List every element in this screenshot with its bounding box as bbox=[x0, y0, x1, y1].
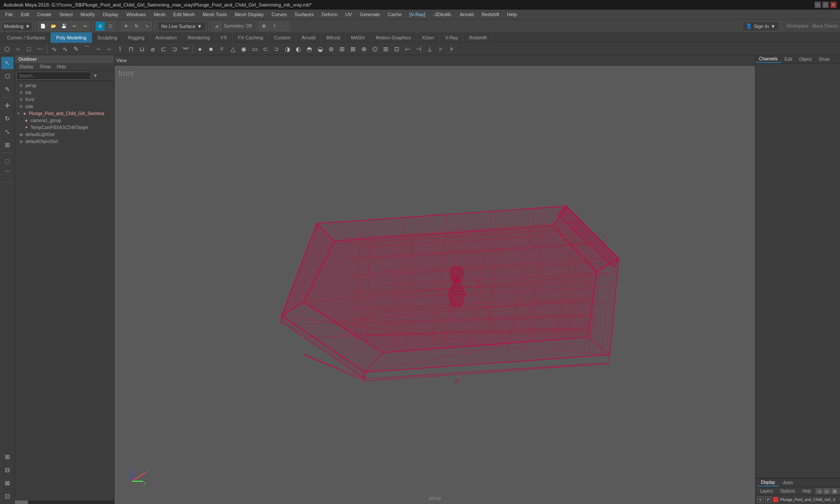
tab-poly-modeling[interactable]: Poly Modeling bbox=[51, 32, 92, 43]
menu-deform[interactable]: Deform bbox=[318, 11, 341, 18]
snap-curve-btn[interactable]: ⌇ bbox=[270, 21, 279, 31]
paint-selection-btn[interactable]: ⋯ bbox=[35, 44, 45, 54]
nurbs-tool-6[interactable]: ◒ bbox=[315, 44, 326, 54]
menu-edit-mesh[interactable]: Edit Mesh bbox=[170, 11, 198, 18]
tab-arnold[interactable]: Arnold bbox=[296, 32, 321, 43]
menu-3dtoall[interactable]: -3DtoAll- bbox=[430, 11, 455, 18]
curve-tool-7[interactable]: ⌀ bbox=[147, 44, 158, 54]
rp-tab-display[interactable]: Display bbox=[757, 479, 779, 486]
rp-btn-prev[interactable]: ◁ bbox=[816, 488, 822, 494]
lattice-btn[interactable]: ⊞ bbox=[337, 44, 347, 54]
bezier-btn[interactable]: ∿ bbox=[60, 44, 70, 54]
tab-sculpting[interactable]: Sculpting bbox=[92, 32, 123, 43]
rp-tab-object[interactable]: Object bbox=[796, 56, 816, 63]
scale-tool-btn[interactable]: ⤡ bbox=[142, 21, 152, 31]
mirror-btn[interactable]: ⊠ bbox=[348, 44, 358, 54]
menu-help[interactable]: Help bbox=[504, 11, 521, 18]
curve-tool-6[interactable]: ⊔ bbox=[136, 44, 147, 54]
nurbs-tool-3[interactable]: ◑ bbox=[282, 44, 293, 54]
soft-select-tool[interactable]: ◌ bbox=[1, 155, 14, 167]
layer-color-swatch[interactable] bbox=[773, 497, 778, 502]
paint-tool[interactable]: ✎ bbox=[1, 83, 14, 95]
rp-menu-options[interactable]: Options bbox=[777, 488, 798, 494]
nurbs-tool-4[interactable]: ◐ bbox=[293, 44, 304, 54]
undo-btn[interactable]: ↩ bbox=[70, 21, 79, 31]
tab-curves-surfaces[interactable]: Curves / Surfaces bbox=[2, 32, 51, 43]
move-tool-btn[interactable]: ✛ bbox=[121, 21, 131, 31]
quick-layout-1[interactable]: ⊞ bbox=[1, 451, 14, 463]
menu-windows[interactable]: Windows bbox=[123, 11, 150, 18]
menu-redshift[interactable]: Redshift bbox=[478, 11, 503, 18]
outliner-item-top[interactable]: ⊡ top bbox=[15, 89, 114, 96]
rp-menu-help[interactable]: Help bbox=[799, 488, 814, 494]
menu-select[interactable]: Select bbox=[56, 11, 77, 18]
select-by-hierarchy-btn[interactable]: ⬡ bbox=[2, 44, 12, 54]
rp-btn-new[interactable]: ⊞ bbox=[831, 488, 838, 494]
bool-btn[interactable]: ⊕ bbox=[359, 44, 369, 54]
tab-fx[interactable]: FX bbox=[216, 32, 233, 43]
workspace-dropdown[interactable]: Modeling ▼ bbox=[2, 21, 32, 31]
outliner-item-front[interactable]: ⊡ front bbox=[15, 96, 114, 103]
minimize-btn[interactable]: ─ bbox=[815, 2, 821, 8]
close-btn[interactable]: ✕ bbox=[830, 2, 836, 8]
outliner-scrollbar[interactable] bbox=[15, 500, 114, 504]
menu-curves[interactable]: Curves bbox=[268, 11, 290, 18]
rp-tab-channels[interactable]: Channels bbox=[756, 56, 781, 63]
menu-mesh-display[interactable]: Mesh Display bbox=[231, 11, 267, 18]
outliner-item-side[interactable]: ⊡ side bbox=[15, 103, 114, 110]
nurbs-tool-1[interactable]: ⊂ bbox=[260, 44, 271, 54]
tool-4[interactable]: ⊦ bbox=[435, 44, 446, 54]
snap-grid-btn[interactable]: ⊞ bbox=[259, 21, 269, 31]
snap-point-btn[interactable]: · bbox=[280, 21, 290, 31]
menu-modify[interactable]: Modify bbox=[77, 11, 98, 18]
ep-curve-btn[interactable]: ∿ bbox=[49, 44, 60, 54]
menu-uv[interactable]: UV bbox=[342, 11, 355, 18]
menu-arnold[interactable]: Arnold bbox=[456, 11, 477, 18]
outliner-item-lightset[interactable]: ◎ defaultLightSet bbox=[15, 131, 114, 138]
pencil-btn[interactable]: ✎ bbox=[71, 44, 81, 54]
menu-display[interactable]: Display bbox=[99, 11, 122, 18]
cube-btn[interactable]: ■ bbox=[206, 44, 216, 54]
outliner-item-camera-group[interactable]: ◈ camera1_group bbox=[15, 117, 114, 124]
deform-btn[interactable]: ⊛ bbox=[326, 44, 336, 54]
rp-tab-edit[interactable]: Edit bbox=[781, 56, 795, 63]
rp-menu-layers[interactable]: Layers bbox=[757, 488, 776, 494]
tab-rendering[interactable]: Rendering bbox=[182, 32, 216, 43]
smooth-btn[interactable]: ⌬ bbox=[370, 44, 380, 54]
outliner-item-persp[interactable]: ⊡ persp bbox=[15, 82, 114, 89]
select-tool-btn[interactable]: ⊞ bbox=[95, 21, 105, 31]
scale-tool-left[interactable]: ⤡ bbox=[1, 126, 14, 138]
tool-2[interactable]: ⊣ bbox=[413, 44, 424, 54]
nurbs-tool-2[interactable]: ⊃ bbox=[271, 44, 282, 54]
outliner-search-input[interactable] bbox=[17, 72, 91, 80]
tab-vray[interactable]: V-Ray bbox=[440, 32, 464, 43]
quick-layout-4[interactable]: ⊡ bbox=[1, 490, 14, 502]
nurbs-tool-5[interactable]: ◓ bbox=[304, 44, 315, 54]
rotate-tool-left[interactable]: ↻ bbox=[1, 112, 14, 125]
rp-btn-next[interactable]: ▷ bbox=[823, 488, 830, 494]
outliner-menu-show[interactable]: Show bbox=[37, 64, 53, 70]
menu-create[interactable]: Create bbox=[34, 11, 55, 18]
extrude-btn[interactable]: ⊞ bbox=[381, 44, 391, 54]
cylinder-btn[interactable]: ⌗ bbox=[217, 44, 227, 54]
menu-mesh-tools[interactable]: Mesh Tools bbox=[199, 11, 230, 18]
sphere-btn[interactable]: ● bbox=[195, 44, 205, 54]
cone-btn[interactable]: △ bbox=[228, 44, 238, 54]
bevel-btn[interactable]: ⊡ bbox=[392, 44, 402, 54]
curve-tool-8[interactable]: ⊏ bbox=[158, 44, 169, 54]
rotate-tool-btn[interactable]: ↻ bbox=[132, 21, 141, 31]
curve-tool-3[interactable]: ⌣ bbox=[104, 44, 114, 54]
menu-cache[interactable]: Cache bbox=[384, 11, 405, 18]
tab-custom[interactable]: Custom bbox=[269, 32, 296, 43]
sign-in-btn[interactable]: 👤 Sign In ▼ bbox=[742, 21, 779, 31]
torus-btn[interactable]: ◉ bbox=[238, 44, 249, 54]
open-scene-btn[interactable]: 📂 bbox=[49, 21, 58, 31]
menu-edit[interactable]: Edit bbox=[18, 11, 33, 18]
menu-vray[interactable]: [V-Ray] bbox=[406, 11, 429, 18]
rp-tab-show[interactable]: Show bbox=[815, 56, 833, 63]
curve-tool-5[interactable]: ⊓ bbox=[126, 44, 136, 54]
new-scene-btn[interactable]: 📄 bbox=[38, 21, 48, 31]
select-tool[interactable]: ↖ bbox=[1, 57, 14, 69]
redo-btn[interactable]: ↪ bbox=[80, 21, 90, 31]
sym-toggle[interactable]: ⊿ bbox=[212, 21, 221, 31]
